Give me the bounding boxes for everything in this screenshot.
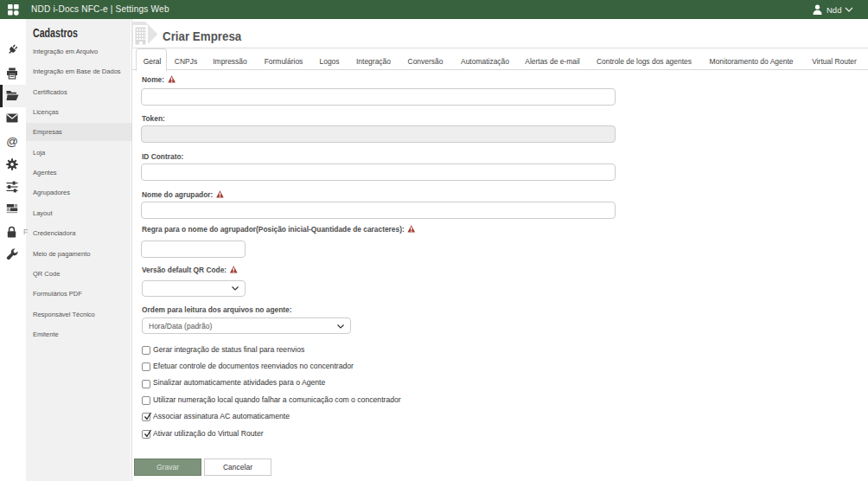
svg-text:@: @ <box>6 135 18 147</box>
